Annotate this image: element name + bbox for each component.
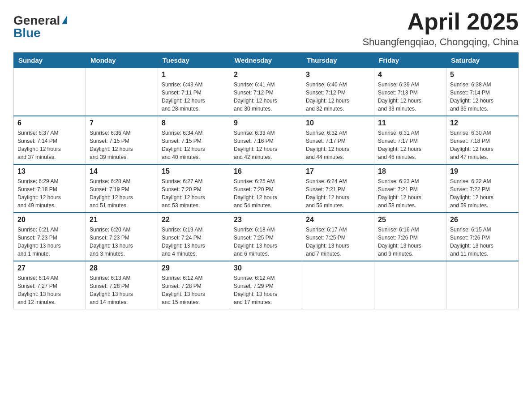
day-info: Sunrise: 6:25 AM Sunset: 7:20 PM Dayligh… [234,177,298,210]
weekday-header-sunday: Sunday [14,53,86,68]
calendar-week-row: 20Sunrise: 6:21 AM Sunset: 7:23 PM Dayli… [14,213,519,261]
weekday-header-monday: Monday [86,53,158,68]
day-info: Sunrise: 6:32 AM Sunset: 7:17 PM Dayligh… [306,129,370,161]
calendar-cell: 14Sunrise: 6:28 AM Sunset: 7:19 PM Dayli… [86,164,158,213]
month-title: April 2025 [362,9,519,34]
calendar-cell: 8Sunrise: 6:34 AM Sunset: 7:15 PM Daylig… [158,116,230,164]
calendar-cell: 27Sunrise: 6:14 AM Sunset: 7:27 PM Dayli… [14,261,86,309]
calendar-cell: 6Sunrise: 6:37 AM Sunset: 7:14 PM Daylig… [14,116,86,164]
calendar-cell [86,68,158,116]
day-number: 1 [162,71,226,79]
calendar-cell: 16Sunrise: 6:25 AM Sunset: 7:20 PM Dayli… [230,164,302,213]
day-number: 25 [378,216,442,224]
day-number: 13 [17,167,82,176]
calendar-cell: 10Sunrise: 6:32 AM Sunset: 7:17 PM Dayli… [302,116,374,164]
day-number: 21 [90,216,154,224]
calendar-cell: 11Sunrise: 6:31 AM Sunset: 7:17 PM Dayli… [374,116,446,164]
calendar-cell: 2Sunrise: 6:41 AM Sunset: 7:12 PM Daylig… [230,68,302,116]
day-number: 28 [90,264,154,272]
day-info: Sunrise: 6:12 AM Sunset: 7:29 PM Dayligh… [234,274,298,306]
day-info: Sunrise: 6:14 AM Sunset: 7:27 PM Dayligh… [17,274,82,306]
day-info: Sunrise: 6:22 AM Sunset: 7:22 PM Dayligh… [450,177,515,210]
day-info: Sunrise: 6:23 AM Sunset: 7:21 PM Dayligh… [378,177,442,210]
calendar-cell [374,261,446,309]
day-number: 26 [450,216,515,224]
day-info: Sunrise: 6:43 AM Sunset: 7:11 PM Dayligh… [162,81,226,113]
day-number: 22 [162,216,226,224]
calendar-cell: 26Sunrise: 6:15 AM Sunset: 7:26 PM Dayli… [446,213,519,261]
logo-triangle-icon [62,15,67,24]
calendar-cell: 7Sunrise: 6:36 AM Sunset: 7:15 PM Daylig… [86,116,158,164]
day-info: Sunrise: 6:34 AM Sunset: 7:15 PM Dayligh… [162,129,226,161]
day-number: 7 [90,119,154,127]
day-info: Sunrise: 6:39 AM Sunset: 7:13 PM Dayligh… [378,81,442,113]
day-info: Sunrise: 6:21 AM Sunset: 7:23 PM Dayligh… [17,226,82,258]
day-number: 2 [234,71,298,79]
calendar-cell: 1Sunrise: 6:43 AM Sunset: 7:11 PM Daylig… [158,68,230,116]
calendar-week-row: 27Sunrise: 6:14 AM Sunset: 7:27 PM Dayli… [14,261,519,309]
day-info: Sunrise: 6:12 AM Sunset: 7:28 PM Dayligh… [162,274,226,306]
day-info: Sunrise: 6:19 AM Sunset: 7:24 PM Dayligh… [162,226,226,258]
calendar-week-row: 1Sunrise: 6:43 AM Sunset: 7:11 PM Daylig… [14,68,519,116]
calendar-cell: 3Sunrise: 6:40 AM Sunset: 7:12 PM Daylig… [302,68,374,116]
day-info: Sunrise: 6:36 AM Sunset: 7:15 PM Dayligh… [90,129,154,161]
calendar-cell: 21Sunrise: 6:20 AM Sunset: 7:23 PM Dayli… [86,213,158,261]
calendar-cell: 29Sunrise: 6:12 AM Sunset: 7:28 PM Dayli… [158,261,230,309]
day-info: Sunrise: 6:40 AM Sunset: 7:12 PM Dayligh… [306,81,370,113]
day-number: 12 [450,119,515,127]
calendar-cell [14,68,86,116]
day-info: Sunrise: 6:20 AM Sunset: 7:23 PM Dayligh… [90,226,154,258]
calendar-cell: 9Sunrise: 6:33 AM Sunset: 7:16 PM Daylig… [230,116,302,164]
day-info: Sunrise: 6:33 AM Sunset: 7:16 PM Dayligh… [234,129,298,161]
day-number: 27 [17,264,82,272]
day-number: 24 [306,216,370,224]
day-number: 15 [162,167,226,176]
calendar-cell: 25Sunrise: 6:16 AM Sunset: 7:26 PM Dayli… [374,213,446,261]
day-info: Sunrise: 6:41 AM Sunset: 7:12 PM Dayligh… [234,81,298,113]
day-info: Sunrise: 6:17 AM Sunset: 7:25 PM Dayligh… [306,226,370,258]
day-number: 5 [450,71,515,79]
logo-blue-text: Blue [13,26,41,40]
logo: General Blue [13,13,67,40]
day-number: 29 [162,264,226,272]
calendar-cell: 20Sunrise: 6:21 AM Sunset: 7:23 PM Dayli… [14,213,86,261]
calendar-cell: 23Sunrise: 6:18 AM Sunset: 7:25 PM Dayli… [230,213,302,261]
day-info: Sunrise: 6:15 AM Sunset: 7:26 PM Dayligh… [450,226,515,258]
calendar-cell [302,261,374,309]
day-info: Sunrise: 6:28 AM Sunset: 7:19 PM Dayligh… [90,177,154,210]
calendar-cell: 5Sunrise: 6:38 AM Sunset: 7:14 PM Daylig… [446,68,519,116]
calendar-cell: 28Sunrise: 6:13 AM Sunset: 7:28 PM Dayli… [86,261,158,309]
day-info: Sunrise: 6:18 AM Sunset: 7:25 PM Dayligh… [234,226,298,258]
title-area: April 2025 Shuangfengqiao, Chongqing, Ch… [362,9,519,48]
calendar-table: SundayMondayTuesdayWednesdayThursdayFrid… [13,52,519,309]
calendar-cell: 4Sunrise: 6:39 AM Sunset: 7:13 PM Daylig… [374,68,446,116]
weekday-header-wednesday: Wednesday [230,53,302,68]
calendar-cell: 17Sunrise: 6:24 AM Sunset: 7:21 PM Dayli… [302,164,374,213]
weekday-header-row: SundayMondayTuesdayWednesdayThursdayFrid… [14,53,519,68]
day-info: Sunrise: 6:24 AM Sunset: 7:21 PM Dayligh… [306,177,370,210]
day-number: 23 [234,216,298,224]
day-info: Sunrise: 6:31 AM Sunset: 7:17 PM Dayligh… [378,129,442,161]
location-title: Shuangfengqiao, Chongqing, China [362,36,519,48]
day-number: 14 [90,167,154,176]
day-number: 19 [450,167,515,176]
calendar-cell: 12Sunrise: 6:30 AM Sunset: 7:18 PM Dayli… [446,116,519,164]
day-info: Sunrise: 6:38 AM Sunset: 7:14 PM Dayligh… [450,81,515,113]
calendar-week-row: 6Sunrise: 6:37 AM Sunset: 7:14 PM Daylig… [14,116,519,164]
day-number: 18 [378,167,442,176]
calendar-cell [446,261,519,309]
day-info: Sunrise: 6:29 AM Sunset: 7:18 PM Dayligh… [17,177,82,210]
day-number: 20 [17,216,82,224]
day-info: Sunrise: 6:37 AM Sunset: 7:14 PM Dayligh… [17,129,82,161]
day-number: 4 [378,71,442,79]
calendar-cell: 18Sunrise: 6:23 AM Sunset: 7:21 PM Dayli… [374,164,446,213]
day-number: 11 [378,119,442,127]
calendar-cell: 30Sunrise: 6:12 AM Sunset: 7:29 PM Dayli… [230,261,302,309]
day-number: 10 [306,119,370,127]
day-number: 17 [306,167,370,176]
weekday-header-saturday: Saturday [446,53,519,68]
day-info: Sunrise: 6:13 AM Sunset: 7:28 PM Dayligh… [90,274,154,306]
calendar-cell: 15Sunrise: 6:27 AM Sunset: 7:20 PM Dayli… [158,164,230,213]
day-number: 30 [234,264,298,272]
calendar-cell: 19Sunrise: 6:22 AM Sunset: 7:22 PM Dayli… [446,164,519,213]
